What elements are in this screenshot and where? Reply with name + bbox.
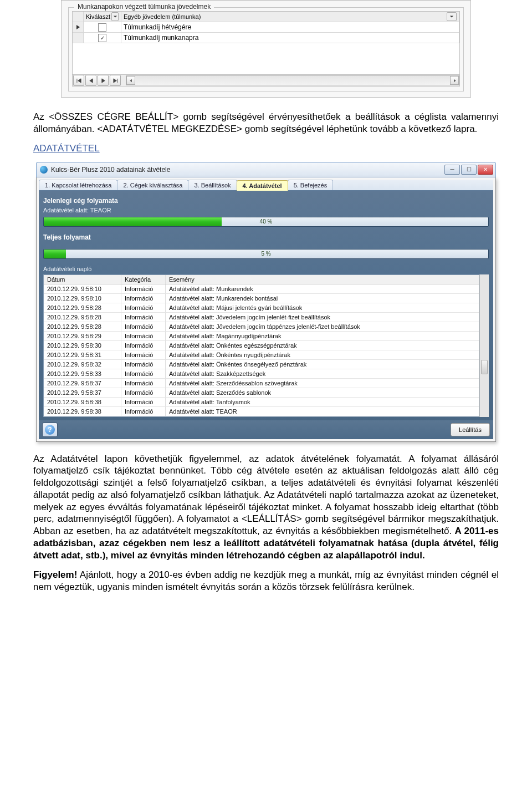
row-checkbox-cell[interactable] (84, 22, 121, 32)
grid-navigator (73, 74, 459, 86)
log-cell-category: Információ (121, 294, 166, 303)
log-cell-date: 2010.12.29. 9:58:29 (44, 332, 121, 340)
tab-companies[interactable]: 2. Cégek kiválasztása (117, 180, 188, 190)
paragraph-details-plain: Az Adatátvétel lapon követhetjük figyele… (33, 454, 499, 537)
close-button[interactable]: ✕ (478, 165, 493, 175)
stop-button[interactable]: Leállítás (451, 423, 490, 436)
tab-finish[interactable]: 5. Befejezés (288, 180, 334, 190)
log-cell-event: Adatátvétel alatt: Magánnyugdíjpénztárak (166, 332, 479, 340)
log-row[interactable]: 2010.12.29. 9:58:30InformációAdatátvétel… (44, 341, 479, 350)
help-button[interactable]: ? (42, 423, 58, 437)
nav-last-button[interactable] (110, 75, 121, 86)
grid-horizontal-scrollbar[interactable] (126, 75, 459, 85)
checkbox-icon[interactable] (98, 34, 106, 42)
log-cell-date: 2010.12.29. 9:58:28 (44, 322, 121, 331)
log-row[interactable]: 2010.12.29. 9:58:38InformációAdatátvétel… (44, 407, 479, 416)
grid-row[interactable]: Túlmunkadíj hétvégére (73, 22, 459, 33)
section-heading-link[interactable]: ADATÁTVÉTEL (33, 143, 499, 154)
log-cell-event: Adatátvétel alatt: Önkéntes önsegélyező … (166, 360, 479, 369)
checkbox-icon[interactable] (98, 23, 106, 32)
log-cell-event: Adatátvétel alatt: Munkarendek (166, 284, 479, 293)
grid-row[interactable]: Túlmunkadíj munkanapra (73, 33, 459, 43)
log-col-date[interactable]: Dátum (44, 275, 121, 284)
log-cell-date: 2010.12.29. 9:58:10 (44, 284, 121, 293)
tab-transfer[interactable]: 4. Adatátvétel (237, 180, 288, 191)
log-cell-event: Adatátvétel alatt: Májusi jelentés gyári… (166, 303, 479, 312)
log-title: Adatátvételi napló (43, 266, 489, 272)
log-cell-category: Információ (121, 398, 166, 406)
chevron-down-icon[interactable] (111, 12, 119, 21)
log-row[interactable]: 2010.12.29. 9:58:37InformációAdatátvétel… (44, 388, 479, 398)
maximize-button[interactable]: ☐ (461, 165, 477, 175)
log-cell-event: Adatátvétel alatt: Jövedelem jogcím tápp… (166, 322, 479, 331)
chevron-down-icon[interactable] (447, 12, 457, 21)
log-row[interactable]: 2010.12.29. 9:58:37InformációAdatátvétel… (44, 379, 479, 388)
scroll-right-icon[interactable] (450, 76, 459, 85)
current-company-title: Jelenlegi cég folyamata (43, 197, 489, 205)
log-row[interactable]: 2010.12.29. 9:58:28InformációAdatátvétel… (44, 303, 479, 313)
log-cell-date: 2010.12.29. 9:58:33 (44, 369, 121, 378)
log-cell-date: 2010.12.29. 9:58:28 (44, 303, 121, 312)
log-cell-date: 2010.12.29. 9:58:37 (44, 388, 121, 397)
log-cell-event: Adatátvétel alatt: Önkéntes egészségpénz… (166, 341, 479, 350)
log-cell-event: Adatátvétel alatt: Munkarendek bontásai (166, 294, 479, 303)
tab-settings[interactable]: 3. Beállítások (188, 180, 237, 190)
log-row[interactable]: 2010.12.29. 9:58:10InformációAdatátvétel… (44, 284, 479, 294)
log-table: Dátum Kategória Esemény 2010.12.29. 9:58… (43, 274, 479, 417)
log-cell-category: Információ (121, 350, 166, 359)
wizard-bottom-bar: ? Leállítás (39, 420, 493, 439)
warning-lead: Figyelem! (33, 569, 77, 580)
log-cell-category: Információ (121, 284, 166, 293)
nav-next-button[interactable] (98, 75, 109, 86)
nav-prev-button[interactable] (85, 75, 96, 86)
paragraph-details: Az Adatátvétel lapon követhetjük figyele… (33, 453, 499, 562)
row-marker (73, 33, 84, 43)
overtime-grid[interactable]: Kiválaszt Egyéb jövedelem (túlmunka) (72, 11, 460, 87)
log-cell-date: 2010.12.29. 9:58:31 (44, 350, 121, 359)
nav-first-button[interactable] (73, 75, 84, 86)
scroll-left-icon[interactable] (126, 76, 135, 85)
row-checkbox-cell[interactable] (84, 33, 121, 43)
window-titlebar[interactable]: Kulcs-Bér Plusz 2010 adatainak átvétele … (36, 162, 496, 177)
window-title: Kulcs-Bér Plusz 2010 adatainak átvétele (51, 166, 444, 174)
current-company-sub: Adatátvétel alatt: TEAOR (43, 207, 489, 213)
log-row[interactable]: 2010.12.29. 9:58:28InformációAdatátvétel… (44, 313, 479, 322)
row-label[interactable]: Túlmunkadíj hétvégére (121, 22, 459, 32)
fieldset-legend: Munkanapokon végzett túlmunka jövedelmek (74, 3, 214, 11)
total-progress-title: Teljes folyamat (43, 233, 489, 241)
log-cell-category: Információ (121, 313, 166, 322)
log-row[interactable]: 2010.12.29. 9:58:10InformációAdatátvétel… (44, 294, 479, 303)
tab-connection[interactable]: 1. Kapcsolat létrehozása (39, 180, 117, 190)
log-cell-category: Információ (121, 341, 166, 350)
log-header-row: Dátum Kategória Esemény (44, 275, 479, 284)
scroll-thumb[interactable] (481, 360, 488, 374)
log-cell-category: Információ (121, 322, 166, 331)
col-type[interactable]: Egyéb jövedelem (túlmunka) (121, 12, 459, 22)
log-row[interactable]: 2010.12.29. 9:58:33InformációAdatátvétel… (44, 369, 479, 379)
log-cell-event: Adatátvétel alatt: Szakképzettségek (166, 369, 479, 378)
paragraph-warning: Figyelem! Ajánlott, hogy a 2010-es évben… (33, 569, 499, 593)
log-vertical-scrollbar[interactable] (479, 274, 489, 417)
log-col-category[interactable]: Kategória (121, 275, 166, 284)
col-select[interactable]: Kiválaszt (84, 12, 121, 22)
grid-empty-area (73, 43, 459, 74)
warning-rest: Ajánlott, hogy a 2010-es évben addig ne … (33, 569, 499, 592)
log-cell-category: Információ (121, 332, 166, 340)
log-row[interactable]: 2010.12.29. 9:58:38InformációAdatátvétel… (44, 398, 479, 407)
row-marker-header (73, 12, 84, 22)
log-row[interactable]: 2010.12.29. 9:58:28InformációAdatátvétel… (44, 322, 479, 332)
progress-label: 40 % (44, 217, 488, 226)
log-cell-event: Adatátvétel alatt: Szerződés sablonok (166, 388, 479, 397)
log-cell-category: Információ (121, 388, 166, 397)
log-row[interactable]: 2010.12.29. 9:58:31InformációAdatátvétel… (44, 350, 479, 360)
log-cell-category: Információ (121, 303, 166, 312)
log-col-event[interactable]: Esemény (166, 275, 479, 284)
log-cell-event: Adatátvétel alatt: TEAOR (166, 407, 479, 416)
log-row[interactable]: 2010.12.29. 9:58:32InformációAdatátvétel… (44, 360, 479, 369)
row-label[interactable]: Túlmunkadíj munkanapra (121, 33, 459, 43)
minimize-button[interactable]: ─ (444, 165, 460, 175)
log-row[interactable]: 2010.12.29. 9:58:29InformációAdatátvétel… (44, 332, 479, 341)
app-icon (40, 166, 48, 174)
log-cell-event: Adatátvétel alatt: Önkéntes nyugdíjpénzt… (166, 350, 479, 359)
log-cell-category: Információ (121, 407, 166, 416)
